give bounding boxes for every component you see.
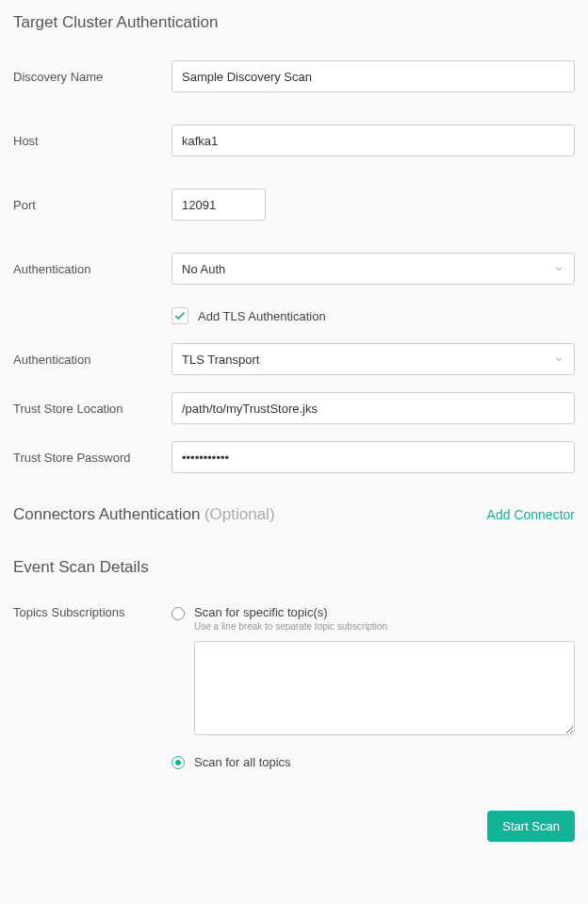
- target-cluster-auth-title: Target Cluster Authentication: [13, 13, 575, 32]
- chevron-down-icon: [553, 263, 564, 274]
- topics-textarea[interactable]: [194, 641, 575, 735]
- scan-all-radio[interactable]: [172, 756, 185, 769]
- scan-specific-label: Scan for specific topic(s): [194, 605, 575, 619]
- trust-store-password-input[interactable]: [172, 441, 575, 473]
- trust-store-password-label: Trust Store Password: [13, 451, 172, 465]
- host-input[interactable]: [172, 124, 575, 156]
- chevron-down-icon: [553, 353, 564, 365]
- port-input[interactable]: [172, 189, 266, 221]
- trust-store-location-input[interactable]: [172, 392, 575, 424]
- add-connector-link[interactable]: Add Connector: [487, 507, 575, 522]
- authentication-select-2[interactable]: TLS Transport: [172, 343, 575, 375]
- authentication-label-2: Authentication: [13, 353, 172, 367]
- trust-store-location-label: Trust Store Location: [13, 402, 172, 416]
- authentication-label-1: Authentication: [13, 262, 172, 276]
- scan-specific-radio[interactable]: [172, 607, 185, 620]
- authentication-select-1-value: No Auth: [182, 262, 225, 276]
- scan-specific-hint: Use a line break to separate topic subsc…: [194, 621, 575, 632]
- topics-subscriptions-label: Topics Subscriptions: [13, 605, 172, 773]
- authentication-select-1[interactable]: No Auth: [172, 253, 575, 285]
- add-tls-label: Add TLS Authentication: [198, 309, 326, 323]
- start-scan-button[interactable]: Start Scan: [487, 811, 575, 842]
- connectors-optional-text: (Optional): [204, 505, 275, 523]
- port-label: Port: [13, 198, 172, 212]
- discovery-name-label: Discovery Name: [13, 70, 172, 84]
- connectors-auth-title: Connectors Authentication: [13, 505, 200, 523]
- event-scan-details-title: Event Scan Details: [13, 558, 575, 577]
- discovery-name-input[interactable]: [172, 60, 575, 92]
- authentication-select-2-value: TLS Transport: [182, 353, 259, 367]
- add-tls-checkbox[interactable]: [172, 307, 188, 324]
- host-label: Host: [13, 134, 172, 148]
- scan-all-label: Scan for all topics: [194, 755, 291, 769]
